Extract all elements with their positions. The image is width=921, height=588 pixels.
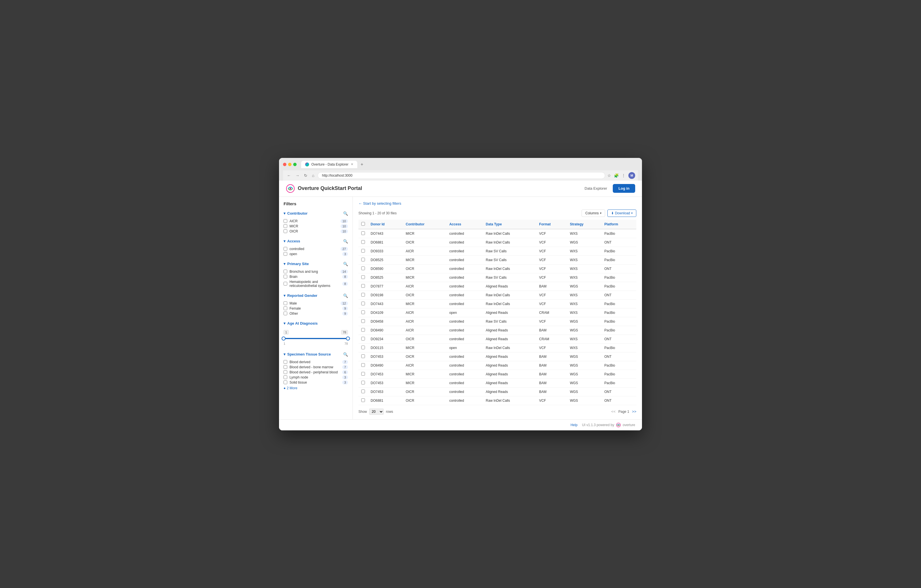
hematopoietic-checkbox[interactable] xyxy=(283,282,287,286)
blood-bone-marrow-checkbox[interactable] xyxy=(283,365,287,369)
table-header-row: Donor Id Contributor Access Data Type Fo… xyxy=(358,220,636,229)
row-16-checkbox[interactable] xyxy=(361,372,365,376)
blood-peripheral-checkbox[interactable] xyxy=(283,370,287,374)
filter-header-primary-site[interactable]: ▾ Primary Site 🔍 xyxy=(283,260,348,267)
filter-header-specimen[interactable]: ▾ Specimen Tissue Source 🔍 xyxy=(283,351,348,358)
row-19-checkbox[interactable] xyxy=(361,398,365,402)
more-link[interactable]: ● 2 More xyxy=(283,386,348,390)
row-13-checkbox[interactable] xyxy=(361,346,365,349)
menu-icon[interactable]: ⋮ xyxy=(622,173,625,178)
row-18-checkbox[interactable] xyxy=(361,390,365,393)
filter-section-age: ▾ Age At Diagnosis 1 78 xyxy=(283,320,348,347)
filter-header-gender[interactable]: ▾ Reported Gender 🔍 xyxy=(283,292,348,299)
data-explorer-link[interactable]: Data Explorer xyxy=(585,186,607,190)
row-4-checkbox[interactable] xyxy=(361,266,365,270)
row-4-format: VCF xyxy=(536,264,567,273)
row-11-checkbox[interactable] xyxy=(361,328,365,332)
more-label[interactable]: 2 More xyxy=(287,386,297,390)
other-checkbox[interactable] xyxy=(283,312,287,315)
close-button[interactable] xyxy=(283,163,286,166)
filter-header-access[interactable]: ▾ Access 🔍 xyxy=(283,238,348,245)
access-search-icon[interactable]: 🔍 xyxy=(343,239,348,244)
help-link[interactable]: Help xyxy=(571,423,578,427)
new-tab-icon[interactable]: + xyxy=(361,162,363,167)
oicr-checkbox[interactable] xyxy=(283,229,287,233)
tab-favicon-icon xyxy=(305,162,309,166)
row-13-donor-id: DO0115 xyxy=(368,343,403,352)
male-checkbox[interactable] xyxy=(283,301,287,305)
extensions-icon[interactable]: 🧩 xyxy=(614,173,619,178)
row-3-checkbox[interactable] xyxy=(361,258,365,262)
row-15-checkbox[interactable] xyxy=(361,363,365,367)
brain-checkbox[interactable] xyxy=(283,275,287,278)
other-count: 9 xyxy=(342,312,348,315)
bronchus-checkbox[interactable] xyxy=(283,270,287,273)
address-bar[interactable]: http://localhost:3000 xyxy=(317,172,605,179)
row-6-checkbox[interactable] xyxy=(361,284,365,288)
th-format[interactable]: Format xyxy=(536,220,567,229)
lymph-node-checkbox[interactable] xyxy=(283,375,287,379)
row-17-checkbox[interactable] xyxy=(361,381,365,385)
footer-overture-icon xyxy=(616,422,621,427)
filter-header-age[interactable]: ▾ Age At Diagnosis xyxy=(283,320,348,326)
minimize-button[interactable] xyxy=(288,163,291,166)
forward-button[interactable]: → xyxy=(295,173,301,178)
user-avatar[interactable]: M xyxy=(628,172,635,179)
columns-button[interactable]: Columns ▾ xyxy=(582,210,605,217)
download-button[interactable]: ⬇ Download ▾ xyxy=(607,210,636,217)
specimen-search-icon[interactable]: 🔍 xyxy=(343,352,348,357)
home-button[interactable]: ⌂ xyxy=(311,173,315,178)
reload-button[interactable]: ↻ xyxy=(303,173,309,178)
filter-item-lymph-node: Lymph node 3 xyxy=(283,375,348,380)
row-8-checkbox[interactable] xyxy=(361,302,365,305)
solid-tissue-checkbox[interactable] xyxy=(283,380,287,384)
range-thumb-min[interactable] xyxy=(282,336,286,341)
rows-per-page-select[interactable]: 20 50 100 xyxy=(369,409,384,415)
row-9-donor-id: DO4109 xyxy=(368,308,403,317)
th-strategy[interactable]: Strategy xyxy=(567,220,602,229)
browser-tab[interactable]: Overture - Data Explorer ✕ xyxy=(301,161,357,168)
table-body: DO7443 MICR controlled Raw InDel Calls V… xyxy=(358,229,636,405)
row-10-checkbox[interactable] xyxy=(361,319,365,323)
next-page-button[interactable]: >> xyxy=(632,409,636,414)
row-4-data-type: Raw InDel Calls xyxy=(483,264,536,273)
back-button[interactable]: ← xyxy=(286,173,292,178)
maximize-button[interactable] xyxy=(293,163,296,166)
aicr-checkbox[interactable] xyxy=(283,219,287,223)
contributor-search-icon[interactable]: 🔍 xyxy=(343,211,348,216)
row-0-checkbox[interactable] xyxy=(361,231,365,235)
th-access[interactable]: Access xyxy=(446,220,483,229)
row-14-checkbox[interactable] xyxy=(361,354,365,358)
row-2-checkbox[interactable] xyxy=(361,249,365,253)
th-donor-id[interactable]: Donor Id xyxy=(368,220,403,229)
row-checkbox-5 xyxy=(358,273,368,282)
th-contributor[interactable]: Contributor xyxy=(403,220,447,229)
female-checkbox[interactable] xyxy=(283,307,287,310)
th-data-type[interactable]: Data Type xyxy=(483,220,536,229)
gender-search-icon[interactable]: 🔍 xyxy=(343,294,348,298)
row-6-strategy: WGS xyxy=(567,282,602,291)
row-checkbox-18 xyxy=(358,387,368,396)
primary-site-search-icon[interactable]: 🔍 xyxy=(343,262,348,266)
login-button[interactable]: Log in xyxy=(613,184,635,193)
filter-item-brain: Brain 8 xyxy=(283,274,348,279)
row-5-checkbox[interactable] xyxy=(361,275,365,279)
row-19-donor-id: DO6881 xyxy=(368,396,403,405)
th-platform[interactable]: Platform xyxy=(601,220,636,229)
select-all-checkbox[interactable] xyxy=(361,222,365,226)
controlled-checkbox[interactable] xyxy=(283,247,287,251)
age-slider[interactable] xyxy=(283,336,348,341)
blood-derived-checkbox[interactable] xyxy=(283,360,287,364)
open-checkbox[interactable] xyxy=(283,252,287,256)
filter-header-contributor[interactable]: ▾ Contributor 🔍 xyxy=(283,210,348,217)
row-7-checkbox[interactable] xyxy=(361,293,365,297)
micr-checkbox[interactable] xyxy=(283,224,287,228)
range-thumb-max[interactable] xyxy=(346,336,350,341)
svg-point-1 xyxy=(290,188,291,189)
row-12-checkbox[interactable] xyxy=(361,337,365,341)
row-9-checkbox[interactable] xyxy=(361,310,365,314)
row-1-checkbox[interactable] xyxy=(361,240,365,244)
prev-page-button[interactable]: << xyxy=(611,409,616,414)
tab-close-icon[interactable]: ✕ xyxy=(351,162,353,166)
bookmark-icon[interactable]: ☆ xyxy=(607,173,611,178)
